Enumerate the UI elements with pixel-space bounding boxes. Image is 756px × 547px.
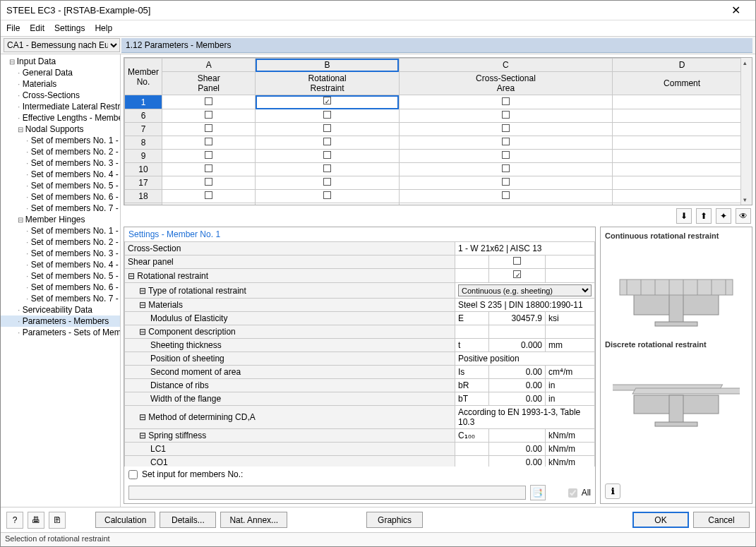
svg-rect-13 (669, 395, 683, 423)
panel-title: 1.12 Parameters - Members (121, 38, 752, 53)
checkbox[interactable] (205, 124, 212, 132)
checkbox[interactable] (205, 164, 212, 172)
checkbox[interactable] (323, 111, 331, 119)
set-input-field[interactable] (128, 486, 526, 500)
tree-item[interactable]: Set of members No. 4 - (1, 169, 120, 180)
checkbox[interactable] (502, 191, 510, 199)
illus-label-1: Continuous rotational restraint (605, 232, 748, 240)
view-icon[interactable]: 👁 (736, 208, 751, 224)
checkbox[interactable] (205, 97, 212, 105)
cancel-button[interactable]: Cancel (693, 512, 750, 528)
all-label: All (582, 488, 591, 498)
tree-item[interactable]: Nodal Supports (1, 124, 120, 135)
checkbox[interactable] (513, 257, 521, 265)
tree-item[interactable]: Set of members No. 5 - (1, 180, 120, 191)
tree-item[interactable]: Set of members No. 6 - (1, 191, 120, 203)
excel-export-icon[interactable]: ⬇ (676, 208, 692, 224)
toolbar: CA1 - Bemessung nach Euro 1.12 Parameter… (1, 36, 755, 54)
nat-annex-button[interactable]: Nat. Annex... (220, 512, 287, 528)
checkbox[interactable] (502, 178, 510, 186)
tree-item[interactable]: Parameters - Sets of Members (1, 327, 120, 338)
checkbox[interactable] (323, 178, 331, 186)
checkbox[interactable] (502, 111, 510, 119)
svg-rect-2 (655, 322, 697, 326)
tree-item[interactable]: Set of members No. 1 - (1, 135, 120, 146)
export-icon[interactable]: 🖹 (49, 512, 66, 529)
settings-title: Settings - Member No. 1 (124, 227, 595, 241)
restraint-type-select[interactable]: Continuous (e.g. sheeting) (458, 284, 592, 296)
tree-item[interactable]: Parameters - Members (1, 315, 120, 327)
tree-item[interactable]: Set of members No. 2 - (1, 146, 120, 157)
checkbox[interactable] (502, 205, 510, 205)
checkbox[interactable] (323, 164, 331, 172)
checkbox[interactable] (205, 138, 212, 145)
illus-label-2: Discrete rotational restraint (605, 340, 748, 349)
tree-item[interactable]: Set of members No. 6 - (1, 282, 120, 293)
checkbox[interactable] (205, 205, 212, 205)
details-button[interactable]: Details... (160, 512, 216, 528)
checkbox[interactable] (323, 191, 331, 199)
members-grid[interactable]: MemberNo.ABCDShearPanelRotationalRestrai… (124, 57, 752, 205)
tree-item[interactable]: Input Data (1, 56, 120, 67)
checkbox[interactable] (502, 138, 510, 145)
set-input-label: Set input for members No.: (142, 469, 243, 479)
filter-icon[interactable]: ✦ (716, 208, 731, 224)
scrollbar-vertical[interactable] (740, 58, 752, 205)
status-bar: Selection of rotational restraint (1, 532, 755, 546)
svg-rect-14 (655, 422, 697, 426)
checkbox[interactable] (502, 124, 510, 132)
tree-item[interactable]: General Data (1, 67, 120, 78)
checkbox[interactable] (323, 138, 331, 145)
menu-settings[interactable]: Settings (54, 23, 85, 33)
tree-item[interactable]: Set of members No. 7 - (1, 203, 120, 214)
excel-import-icon[interactable]: ⬆ (696, 208, 712, 224)
checkbox[interactable] (502, 164, 510, 172)
checkbox[interactable] (323, 124, 331, 132)
checkbox[interactable] (513, 270, 521, 278)
checkbox[interactable] (502, 151, 510, 159)
menu-edit[interactable]: Edit (30, 23, 44, 33)
tree-item[interactable]: Materials (1, 78, 120, 90)
ok-button[interactable]: OK (632, 512, 689, 528)
menu-help[interactable]: Help (95, 23, 112, 33)
checkbox[interactable] (502, 97, 510, 105)
settings-panel: Settings - Member No. 1 Cross-Section1 -… (124, 227, 596, 504)
checkbox[interactable] (205, 178, 212, 186)
window-title: STEEL EC3 - [RSTAB-Example-05] (6, 5, 721, 16)
sidebar: Input DataGeneral DataMaterialsCross-Sec… (1, 54, 121, 507)
tree-item[interactable]: Effective Lengths - Members (1, 112, 120, 124)
set-input-checkbox[interactable] (128, 470, 138, 479)
tree-item[interactable]: Cross-Sections (1, 90, 120, 101)
all-checkbox[interactable] (568, 488, 577, 498)
titlebar: STEEL EC3 - [RSTAB-Example-05] ✕ (1, 1, 755, 20)
graphics-button[interactable]: Graphics (366, 512, 423, 528)
tree-item[interactable]: Set of members No. 1 - (1, 225, 120, 236)
checkbox[interactable] (323, 97, 331, 104)
checkbox[interactable] (323, 151, 331, 159)
svg-rect-3 (620, 279, 733, 295)
calculation-button[interactable]: Calculation (95, 512, 155, 528)
tree-item[interactable]: Member Hinges (1, 214, 120, 225)
tree-item[interactable]: Set of members No. 2 - (1, 236, 120, 248)
checkbox[interactable] (205, 111, 212, 119)
checkbox[interactable] (323, 205, 331, 205)
checkbox[interactable] (205, 151, 212, 159)
tree-item[interactable]: Set of members No. 3 - (1, 157, 120, 169)
menu-file[interactable]: File (6, 23, 20, 33)
tree-item[interactable]: Set of members No. 3 - (1, 248, 120, 259)
illustration-panel: Continuous rotational restraint (600, 227, 752, 504)
help-icon[interactable]: ? (6, 512, 23, 529)
illus-continuous (605, 244, 748, 336)
tree-item[interactable]: Set of members No. 5 - (1, 270, 120, 282)
illus-discrete (605, 353, 748, 445)
tree-item[interactable]: Intermediate Lateral Restraints (1, 101, 120, 112)
combo-ca[interactable]: CA1 - Bemessung nach Euro (4, 38, 120, 52)
close-icon[interactable]: ✕ (721, 4, 750, 17)
pick-members-icon[interactable]: 📑 (530, 485, 546, 500)
tree-item[interactable]: Set of members No. 7 - (1, 293, 120, 304)
checkbox[interactable] (205, 191, 212, 199)
tree-item[interactable]: Set of members No. 4 - (1, 259, 120, 270)
print-icon[interactable]: 🖶 (28, 512, 44, 529)
info-icon[interactable]: ℹ (605, 483, 620, 499)
tree-item[interactable]: Serviceability Data (1, 304, 120, 315)
